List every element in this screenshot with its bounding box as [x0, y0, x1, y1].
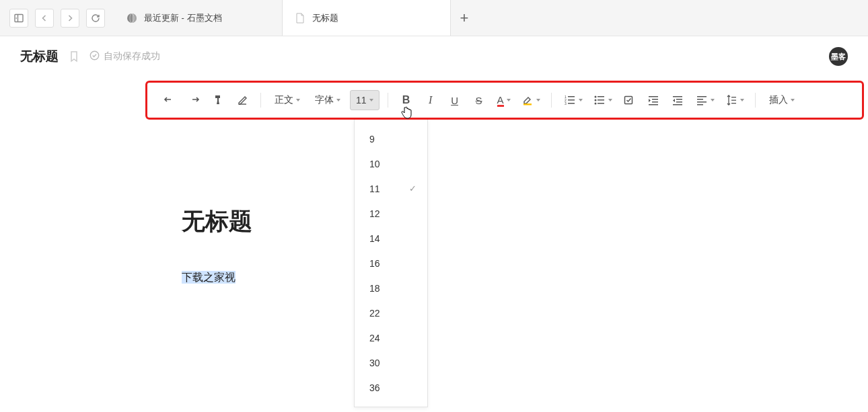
insert-label: 插入	[769, 94, 788, 106]
checklist-button[interactable]	[619, 90, 639, 110]
selected-text[interactable]: 下载之家视	[182, 271, 236, 284]
strikethrough-button[interactable]: S	[469, 90, 489, 110]
svg-rect-28	[697, 96, 707, 97]
caret-down-icon	[507, 99, 511, 101]
font-size-option[interactable]: 12	[355, 201, 427, 226]
italic-button[interactable]: I	[421, 90, 441, 110]
document-title[interactable]: 无标题	[182, 206, 686, 237]
font-size-label: 11	[356, 95, 367, 106]
new-tab-button[interactable]: +	[451, 0, 478, 36]
browser-bar: 最近更新 - 石墨文档 无标题 +	[0, 0, 868, 36]
caret-down-icon	[296, 99, 300, 101]
indent-increase-button[interactable]	[643, 90, 663, 110]
font-size-option[interactable]: 22	[355, 300, 427, 325]
bold-button[interactable]: B	[396, 90, 417, 110]
font-size-dropdown[interactable]: 11	[350, 90, 379, 110]
text-color-button[interactable]: A	[493, 90, 513, 110]
globe-icon	[126, 13, 137, 24]
page[interactable]: 无标题 下载之家视	[182, 134, 686, 412]
caret-down-icon	[579, 99, 583, 101]
svg-rect-32	[731, 97, 736, 97]
font-size-menu: 91011✓1214161822243036	[354, 120, 428, 407]
line-spacing-button[interactable]	[721, 90, 747, 110]
tab-untitled[interactable]: 无标题	[283, 0, 451, 36]
font-size-option[interactable]: 14	[355, 226, 427, 251]
svg-rect-34	[731, 103, 736, 104]
svg-rect-23	[649, 104, 658, 106]
caret-down-icon	[536, 99, 540, 101]
font-size-option[interactable]: 36	[355, 375, 427, 400]
document-canvas: 无标题 下载之家视	[0, 134, 868, 412]
svg-rect-14	[598, 96, 604, 97]
sidebar-toggle-button[interactable]	[9, 9, 28, 28]
svg-rect-27	[673, 104, 682, 106]
svg-rect-16	[598, 99, 604, 101]
save-status-text: 自动保存成功	[104, 50, 160, 63]
font-size-option[interactable]: 30	[355, 350, 427, 375]
caret-down-icon	[608, 99, 612, 101]
font-size-option[interactable]: 16	[355, 251, 427, 276]
indent-decrease-button[interactable]	[667, 90, 688, 110]
svg-rect-6	[523, 104, 532, 106]
svg-rect-21	[652, 99, 658, 100]
svg-rect-30	[697, 101, 707, 103]
font-size-option[interactable]: 10	[355, 151, 427, 176]
doc-title[interactable]: 无标题	[20, 48, 59, 65]
reload-button[interactable]	[86, 9, 105, 28]
svg-rect-10	[568, 99, 575, 101]
svg-rect-20	[649, 96, 658, 97]
svg-rect-22	[652, 101, 658, 103]
document-header: 无标题 自动保存成功 墨客	[0, 36, 868, 77]
document-icon	[295, 13, 305, 24]
underline-button[interactable]: U	[445, 90, 465, 110]
tab-label: 无标题	[312, 12, 338, 24]
svg-rect-24	[673, 96, 682, 97]
undo-button[interactable]	[159, 90, 180, 110]
svg-rect-18	[598, 103, 604, 104]
svg-rect-8	[568, 96, 575, 97]
svg-rect-33	[731, 100, 736, 101]
font-size-option[interactable]: 11✓	[355, 176, 427, 201]
highlight-color-button[interactable]	[517, 90, 543, 110]
insert-dropdown[interactable]: 插入	[764, 90, 800, 110]
svg-rect-19	[624, 97, 632, 104]
svg-text:3: 3	[565, 101, 567, 106]
svg-rect-12	[568, 103, 575, 104]
font-label: 字体	[315, 94, 334, 106]
back-button[interactable]	[35, 9, 54, 28]
caret-down-icon	[791, 99, 795, 101]
caret-down-icon	[740, 99, 744, 101]
unordered-list-button[interactable]	[589, 90, 615, 110]
font-size-option[interactable]: 24	[355, 325, 427, 350]
caret-down-icon	[336, 99, 340, 101]
format-painter-button[interactable]	[208, 90, 228, 110]
bookmark-icon[interactable]	[69, 50, 79, 63]
font-size-option[interactable]: 18	[355, 276, 427, 300]
font-dropdown[interactable]: 字体	[310, 90, 346, 110]
caret-down-icon	[711, 99, 715, 101]
svg-point-13	[594, 96, 596, 98]
style-label: 正文	[275, 94, 293, 106]
caret-down-icon	[369, 99, 373, 101]
check-circle-icon	[89, 50, 100, 63]
clear-format-button[interactable]	[232, 90, 252, 110]
forward-button[interactable]	[61, 9, 79, 28]
redo-button[interactable]	[184, 90, 204, 110]
svg-rect-29	[697, 99, 703, 100]
check-icon: ✓	[409, 183, 417, 194]
svg-rect-25	[676, 99, 682, 100]
tab-strip: 最近更新 - 石墨文档 无标题 +	[114, 0, 868, 36]
svg-rect-31	[697, 104, 703, 106]
svg-rect-26	[676, 101, 682, 103]
avatar[interactable]: 墨客	[829, 47, 848, 66]
toolbar: 正文 字体 11 B I U S A 123	[145, 81, 864, 120]
tab-recent-updates[interactable]: 最近更新 - 石墨文档	[114, 0, 283, 36]
font-size-option[interactable]: 9	[355, 126, 427, 151]
ordered-list-button[interactable]: 123	[560, 90, 585, 110]
svg-point-15	[594, 99, 596, 101]
svg-point-17	[594, 103, 596, 105]
save-status: 自动保存成功	[89, 50, 160, 63]
align-button[interactable]	[692, 90, 717, 110]
browser-controls	[0, 0, 114, 36]
style-dropdown[interactable]: 正文	[269, 90, 305, 110]
